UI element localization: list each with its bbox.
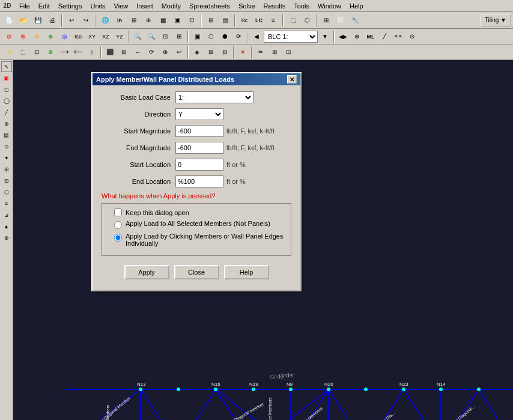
tb3-b19[interactable]: ⊞ (268, 46, 281, 59)
menu-results[interactable]: Results (260, 1, 290, 11)
sb-b2[interactable]: ▣ (1, 73, 12, 84)
tb3-b18[interactable]: ✏ (254, 46, 267, 59)
tb2-zoomin[interactable]: 🔍 (131, 30, 144, 43)
tb2-b14[interactable]: ⊙ (405, 30, 419, 43)
tb2-yz[interactable]: YZ (113, 30, 126, 43)
tb2-b5[interactable]: ◎ (58, 30, 71, 43)
menu-help[interactable]: Help (346, 1, 367, 11)
tb2-xz[interactable]: XZ (99, 30, 112, 43)
tb2-b9[interactable]: ⟳ (232, 30, 245, 43)
tb-print[interactable]: 🖨 (46, 14, 59, 27)
direction-dropdown[interactable]: X Y Z (175, 108, 223, 120)
tb-b4[interactable]: ⊞ (204, 14, 217, 27)
tb-b5[interactable]: ▤ (219, 14, 232, 27)
tb-b12[interactable]: ⬜ (334, 14, 347, 27)
menu-units[interactable]: Units (87, 1, 109, 11)
menu-settings[interactable]: Settings (55, 1, 86, 11)
tb2-blc-drop[interactable]: ▼ (318, 30, 332, 43)
tb-snap[interactable]: ⊕ (142, 14, 155, 27)
tb2-b13[interactable]: ✕✕ (392, 30, 405, 43)
tb3-b5[interactable]: ⟶ (58, 46, 71, 59)
menu-insert[interactable]: Insert (133, 1, 157, 11)
radio-all-selected[interactable] (114, 221, 122, 229)
sb-b8[interactable]: ⊙ (1, 141, 12, 152)
tb3-b7[interactable]: ↕ (85, 46, 99, 59)
sb-b5[interactable]: ╱ (1, 107, 12, 118)
tb2-blc-arrow[interactable]: ◀ (250, 30, 263, 43)
tb-b9[interactable]: ⬚ (286, 14, 299, 27)
tb-globe[interactable]: 🌐 (99, 14, 112, 27)
sb-b10[interactable]: ⊞ (1, 164, 12, 175)
tb-b11[interactable]: ⊞ (320, 14, 333, 27)
canvas-area[interactable]: Y X Girder (13, 60, 513, 420)
tb3-b6[interactable]: ⟵ (71, 46, 85, 59)
menu-window[interactable]: Window (314, 1, 345, 11)
end-location-input[interactable] (175, 175, 223, 187)
sb-b11[interactable]: ⊟ (1, 175, 12, 186)
sb-b7[interactable]: ▤ (1, 130, 12, 141)
tb3-b13[interactable]: ↩ (172, 46, 186, 59)
help-button[interactable]: Help (224, 265, 269, 279)
tb3-b9[interactable]: ⊞ (117, 46, 130, 59)
tb-b3[interactable]: ⊡ (185, 14, 198, 27)
menu-spreadsheets[interactable]: Spreadsheets (186, 1, 234, 11)
sb-b6[interactable]: ⊕ (1, 118, 12, 129)
tb-b2[interactable]: ▣ (171, 14, 184, 27)
tb-b7[interactable]: LC (252, 14, 266, 27)
sb-b15[interactable]: ▲ (1, 221, 12, 232)
tb-b1[interactable]: ▦ (156, 14, 169, 27)
end-magnitude-input[interactable] (175, 142, 223, 154)
menu-solve[interactable]: Solve (235, 1, 259, 11)
tb2-b6[interactable]: ▣ (190, 30, 204, 43)
tb2-ml[interactable]: ML (364, 30, 377, 43)
tb3-b1[interactable]: ↗ (2, 46, 16, 59)
tb2-b4[interactable]: ⊕ (44, 30, 57, 43)
tb2-zoomfit[interactable]: ⊡ (159, 30, 172, 43)
tb2-b8[interactable]: ⬢ (218, 30, 231, 43)
tb2-xy[interactable]: XY (85, 30, 99, 43)
tb2-b1[interactable]: ⊘ (2, 30, 16, 43)
sb-b1[interactable]: ↖ (1, 61, 12, 72)
tb-b8[interactable]: ≡ (267, 14, 280, 27)
start-location-input[interactable] (175, 159, 223, 171)
menu-modify[interactable]: Modify (158, 1, 184, 11)
sb-b3[interactable]: ◻ (1, 84, 12, 95)
basic-load-case-dropdown[interactable]: 1: (175, 91, 253, 103)
menu-view[interactable]: View (111, 1, 132, 11)
tb3-b17[interactable]: ✕ (236, 46, 249, 59)
tb2-zoomout[interactable]: 🔍 (145, 30, 158, 43)
sb-b16[interactable]: ⊛ (1, 233, 12, 243)
tiling-button[interactable]: Tiling ▼ (481, 14, 511, 27)
tb3-b8[interactable]: ⬛ (103, 46, 117, 59)
tb-b13[interactable]: 🔧 (348, 14, 362, 27)
tb2-b7[interactable]: ⬡ (204, 30, 217, 43)
tb2-b3[interactable]: ⊕ (30, 30, 43, 43)
tb-units[interactable]: in (113, 14, 126, 27)
sb-b9[interactable]: ✦ (1, 153, 12, 163)
tb2-b10[interactable]: ◀▶ (336, 30, 350, 43)
radio-clicking[interactable] (114, 234, 122, 242)
keep-open-checkbox[interactable] (114, 208, 122, 216)
tb2-b2[interactable]: ⊗ (16, 30, 29, 43)
menu-edit[interactable]: Edit (35, 1, 53, 11)
sb-b13[interactable]: ≡ (1, 198, 12, 209)
tb-save[interactable]: 💾 (31, 14, 44, 27)
sb-b12[interactable]: ⬡ (1, 187, 12, 198)
menu-tools[interactable]: Tools (290, 1, 313, 11)
tb3-b15[interactable]: ⊞ (204, 46, 217, 59)
tb3-b12[interactable]: ⊕ (159, 46, 172, 59)
tb-open[interactable]: 📂 (17, 14, 30, 27)
tb3-b14[interactable]: ◈ (190, 46, 204, 59)
tb2-b11[interactable]: ⊕ (350, 30, 363, 43)
sb-b14[interactable]: ⊿ (1, 210, 12, 221)
tb3-b11[interactable]: ⟳ (145, 46, 158, 59)
tb2-iso[interactable]: Iso (71, 30, 85, 43)
apply-button[interactable]: Apply (124, 265, 169, 279)
tb2-b12[interactable]: ╱ (378, 30, 391, 43)
tb3-b3[interactable]: ⊡ (30, 46, 43, 59)
close-button[interactable]: Close (174, 265, 219, 279)
tb3-b20[interactable]: ⊡ (282, 46, 295, 59)
tb-b6[interactable]: Bc (238, 14, 251, 27)
tb-new[interactable]: 📄 (2, 14, 16, 27)
sb-b4[interactable]: ◯ (1, 96, 12, 106)
